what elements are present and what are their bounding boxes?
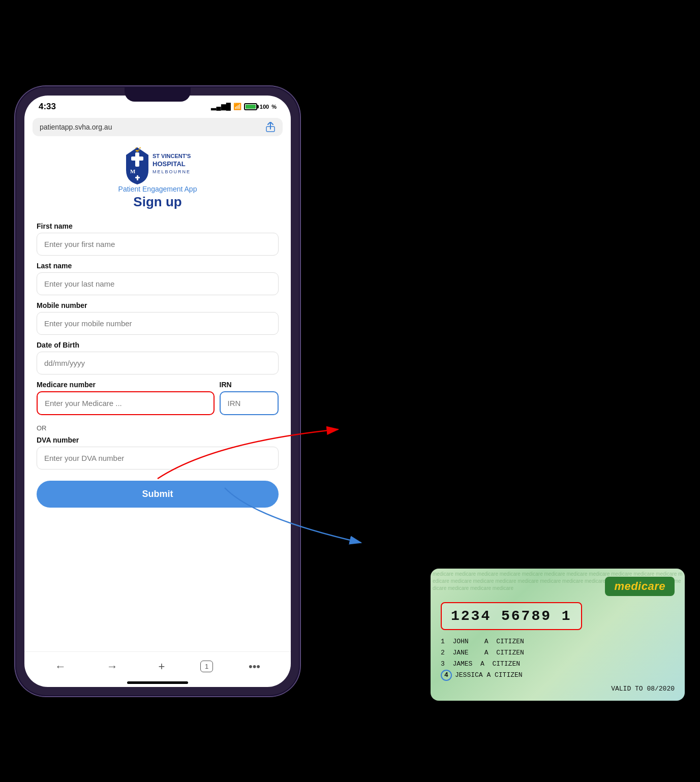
medicare-name-4-text: JESSICA A CITIZEN: [455, 670, 523, 681]
status-icons: ▂▄▆█ 📶 100 %: [211, 103, 277, 110]
medicare-card-overlay: medicare medicare medicare medicare medi…: [431, 569, 685, 701]
medicare-valid-to: VALID TO 08/2020: [441, 685, 675, 693]
svg-rect-5: [135, 177, 140, 178]
svg-text:HOSPITAL: HOSPITAL: [153, 160, 186, 168]
forward-button[interactable]: →: [102, 658, 123, 675]
battery-pct-symbol: %: [271, 104, 277, 110]
irn-label: IRN: [220, 381, 279, 389]
battery-pct: 100: [260, 104, 269, 110]
medicare-card-header: medicare: [441, 577, 675, 596]
first-name-input[interactable]: [37, 233, 279, 256]
signal-icon: ▂▄▆█: [211, 103, 230, 110]
medicare-name-1: 1 JOHN A CITIZEN: [441, 636, 675, 647]
irn-circle-4: 4: [441, 670, 452, 681]
wifi-icon: 📶: [233, 103, 241, 110]
medicare-input-wrap: Medicare number: [37, 381, 215, 421]
medicare-row: Medicare number IRN: [37, 381, 279, 421]
app-subtitle: Patient Engagement App: [118, 185, 197, 193]
tab-count-button[interactable]: 1: [200, 661, 213, 672]
url-text: patientapp.svha.org.au: [40, 123, 112, 131]
medicare-logo: medicare: [605, 577, 675, 596]
medicare-input[interactable]: [37, 391, 215, 415]
back-button[interactable]: ←: [50, 658, 71, 675]
share-icon[interactable]: [265, 122, 276, 132]
home-indicator: [127, 681, 188, 684]
battery-icon: [244, 103, 257, 110]
url-bar[interactable]: patientapp.svha.org.au: [33, 118, 283, 136]
medicare-card-number: 1234 56789 1: [441, 602, 582, 630]
irn-input-wrap: IRN: [220, 381, 279, 421]
dob-label: Date of Birth: [37, 341, 279, 349]
medicare-name-2: 2 JANE A CITIZEN: [441, 647, 675, 659]
dva-label: DVA number: [37, 436, 279, 444]
medicare-label: Medicare number: [37, 381, 215, 389]
submit-button[interactable]: Submit: [37, 481, 279, 508]
phone-shell: 4:33 ▂▄▆█ 📶 100 % patientapp.svha.org.au: [15, 86, 300, 696]
medicare-card: medicare medicare medicare medicare medi…: [431, 569, 685, 701]
svg-text:MELBOURNE: MELBOURNE: [153, 169, 191, 174]
mobile-input[interactable]: [37, 312, 279, 335]
medicare-card-names: 1 JOHN A CITIZEN 2 JANE A CITIZEN 3 JAME…: [441, 636, 675, 681]
more-button[interactable]: •••: [244, 658, 265, 675]
last-name-label: Last name: [37, 262, 279, 270]
page-title: Sign up: [133, 194, 181, 210]
mobile-label: Mobile number: [37, 301, 279, 309]
hospital-logo: M ST VINCENT'S HOSPITAL MELBOURNE: [122, 144, 193, 185]
svg-text:ST VINCENT'S: ST VINCENT'S: [153, 153, 191, 159]
medicare-name-4: 4 JESSICA A CITIZEN: [441, 670, 675, 681]
irn-input[interactable]: [220, 391, 279, 415]
logo-area: M ST VINCENT'S HOSPITAL MELBOURNE Patien…: [37, 144, 279, 217]
phone-screen: 4:33 ▂▄▆█ 📶 100 % patientapp.svha.org.au: [24, 96, 291, 687]
svg-text:M: M: [130, 168, 136, 174]
first-name-label: First name: [37, 222, 279, 230]
svg-rect-2: [131, 157, 143, 161]
last-name-input[interactable]: [37, 272, 279, 295]
add-tab-button[interactable]: +: [153, 658, 170, 675]
or-label: OR: [37, 424, 279, 432]
page-content: M ST VINCENT'S HOSPITAL MELBOURNE Patien…: [24, 139, 291, 651]
status-time: 4:33: [39, 102, 56, 112]
dob-input[interactable]: [37, 352, 279, 374]
browser-bar: patientapp.svha.org.au: [24, 115, 291, 139]
medicare-name-3: 3 JAMES A CITIZEN: [441, 659, 675, 670]
notch: [125, 86, 191, 102]
dva-input[interactable]: [37, 447, 279, 470]
bottom-nav: ← → + 1 •••: [24, 651, 291, 679]
